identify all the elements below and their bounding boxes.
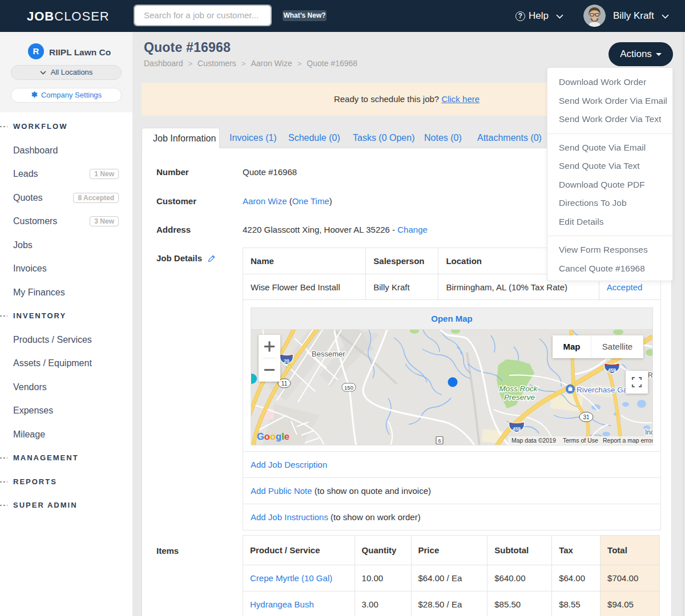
svg-text:Terms of Use: Terms of Use xyxy=(563,437,598,444)
svg-text:Map data ©2019: Map data ©2019 xyxy=(511,437,556,444)
svg-text:6: 6 xyxy=(438,438,441,444)
svg-text:459: 459 xyxy=(608,367,616,373)
svg-text:Preserve: Preserve xyxy=(504,393,535,402)
svg-text:Riverchase Gal: Riverchase Gal xyxy=(577,386,629,394)
svg-text:Inc: Inc xyxy=(645,428,652,436)
svg-text:459: 459 xyxy=(513,426,521,432)
svg-text:150: 150 xyxy=(344,384,353,391)
svg-text:Ric: Ric xyxy=(648,371,652,379)
svg-text:Report a map error: Report a map error xyxy=(603,437,652,444)
svg-text:Moss Rock: Moss Rock xyxy=(499,384,538,393)
svg-text:Bessemer: Bessemer xyxy=(312,350,345,358)
svg-text:Google: Google xyxy=(257,431,289,441)
svg-text:31: 31 xyxy=(583,414,590,420)
svg-text:20: 20 xyxy=(284,358,289,364)
svg-text:11: 11 xyxy=(281,380,288,387)
